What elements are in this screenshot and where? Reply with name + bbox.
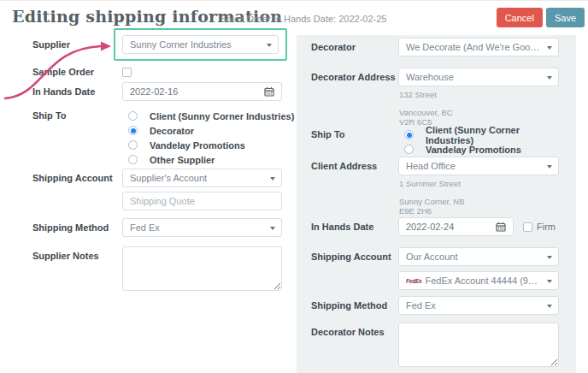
decorator-address-display: 132 Street Vancouver, BC V2R 6C5	[311, 90, 562, 127]
radio-icon	[404, 145, 414, 154]
firm-label: Firm	[537, 222, 556, 232]
ship-to-option-client[interactable]: Client (Sunny Corner Industries)	[404, 127, 562, 142]
shipping-quote-input[interactable]	[122, 192, 282, 210]
ship-to-option-vandelay[interactable]: Vandelay Promotions	[404, 142, 562, 157]
cancel-button[interactable]: Cancel	[497, 8, 543, 27]
decorator-notes-textarea[interactable]	[398, 323, 559, 367]
chevron-down-icon	[547, 256, 552, 259]
supplier-select[interactable]: Sunny Corner Industries	[122, 35, 279, 54]
address-line-city: Vancouver, BC	[399, 108, 453, 117]
calendar-icon	[496, 222, 506, 232]
decorator-shipping-panel: Decorator We Decorate (And We're Good At…	[297, 35, 576, 373]
supplier-label: Supplier	[32, 39, 122, 50]
chevron-down-icon	[547, 46, 552, 50]
client-address-display: 1 Summer Street Sunny Corner, NB E9E 2H6	[311, 179, 562, 216]
chevron-down-icon	[547, 76, 552, 80]
editing-shipping-page: Editing shipping information Sales Order…	[0, 0, 588, 373]
supplier-shipping-panel: Supplier Sunny Corner Industries Sample …	[0, 27, 297, 291]
chevron-down-icon	[270, 177, 275, 181]
shipping-account-label: Shipping Account	[311, 252, 398, 262]
save-button[interactable]: Save	[546, 8, 585, 27]
chevron-down-icon	[547, 165, 552, 169]
radio-icon	[404, 130, 414, 139]
address-line-postal: E9E 2H6	[399, 206, 465, 216]
client-address-label: Client Address	[311, 161, 398, 171]
radio-icon	[128, 155, 138, 164]
in-hands-date-input[interactable]: 2022-02-16	[122, 82, 282, 101]
decorator-address-label: Decorator Address	[311, 72, 398, 82]
ship-to-option-decorator[interactable]: Decorator	[128, 123, 294, 138]
address-line-street: 1 Summer Street	[399, 179, 465, 188]
ship-to-label: Ship To	[311, 127, 398, 142]
chevron-down-icon	[547, 280, 552, 283]
shipping-account-label: Shipping Account	[32, 173, 122, 183]
supplier-notes-label: Supplier Notes	[32, 246, 122, 265]
decorator-select[interactable]: We Decorate (And We're Good At It)	[398, 38, 559, 56]
in-hands-date-input[interactable]: 2022-02-24	[398, 217, 514, 236]
supplier-notes-textarea[interactable]	[122, 246, 282, 291]
header-buttons: Cancel Save	[497, 8, 585, 27]
shipping-method-label: Shipping Method	[311, 300, 398, 311]
ship-to-radio-group: Client (Sunny Corner Industries) Decorat…	[122, 109, 294, 167]
chevron-down-icon	[270, 227, 275, 230]
fedex-logo-icon: FedEx	[406, 278, 422, 284]
chevron-down-icon	[267, 44, 272, 47]
calendar-icon	[264, 86, 274, 97]
shipping-method-select[interactable]: Fed Ex	[122, 218, 282, 237]
ship-to-radio-group: Client (Sunny Corner Industries) Vandela…	[398, 127, 562, 157]
shipping-method-label: Shipping Method	[32, 222, 122, 233]
address-line-street: 132 Street	[399, 90, 453, 99]
firm-checkbox-row[interactable]: Firm	[523, 222, 556, 232]
sales-order-in-hands-date: Sales Order In Hands Date: 2022-02-25	[220, 14, 386, 24]
courier-account-select[interactable]: FedEx FedEx Account 44444 (99999)	[398, 271, 559, 290]
client-address-select[interactable]: Head Office	[398, 157, 559, 175]
decorator-label: Decorator	[311, 42, 398, 52]
radio-icon	[128, 140, 138, 150]
ship-to-option-client[interactable]: Client (Sunny Corner Industries)	[128, 109, 294, 123]
radio-icon	[128, 126, 138, 135]
ship-to-option-other-supplier[interactable]: Other Supplier	[128, 152, 294, 167]
ship-to-option-vandelay[interactable]: Vandelay Promotions	[128, 138, 294, 152]
shipping-account-select[interactable]: Supplier's Account	[122, 169, 282, 187]
decorator-notes-label: Decorator Notes	[311, 323, 398, 341]
shipping-account-select[interactable]: Our Account	[398, 247, 559, 266]
radio-icon	[128, 111, 138, 121]
in-hands-date-label: In Hands Date	[311, 222, 398, 232]
chevron-down-icon	[547, 305, 552, 308]
supplier-highlight-box: Sunny Corner Industries	[114, 28, 287, 61]
firm-checkbox[interactable]	[523, 222, 532, 232]
shipping-method-select[interactable]: Fed Ex	[398, 296, 559, 315]
address-line-city: Sunny Corner, NB	[399, 197, 465, 206]
in-hands-date-label: In Hands Date	[32, 86, 122, 97]
ship-to-label: Ship To	[32, 109, 122, 123]
decorator-address-select[interactable]: Warehouse	[398, 68, 559, 86]
sample-order-label: Sample Order	[32, 67, 122, 77]
sample-order-checkbox[interactable]	[122, 68, 132, 77]
